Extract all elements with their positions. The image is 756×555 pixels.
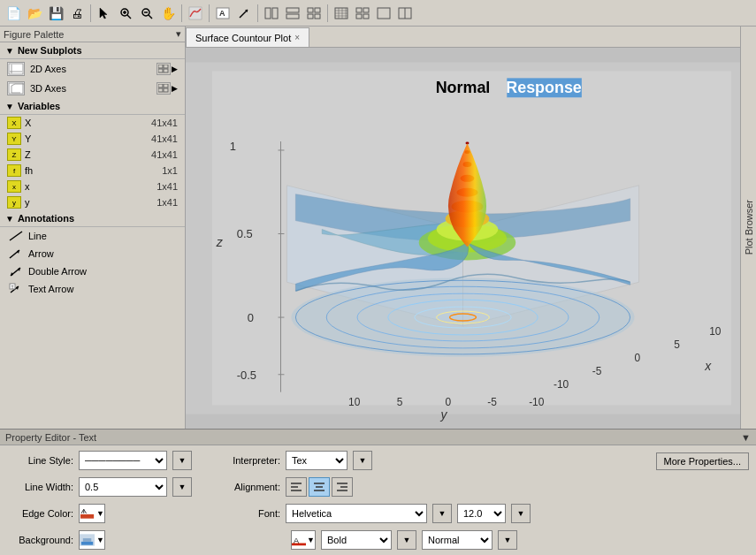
2d-axes-grid-icon[interactable] — [157, 63, 171, 75]
line-style-dropdown[interactable]: ▼ — [172, 451, 192, 470]
line-style-label: Line Style: — [7, 455, 73, 466]
main-area: Figure Palette ▾ ▼ New Subplots 2D Axes … — [0, 27, 756, 429]
svg-text:Normal: Normal — [436, 79, 491, 96]
palette-content[interactable]: ▼ New Subplots 2D Axes ▶ — [0, 42, 185, 429]
svg-line-5 — [149, 15, 152, 19]
grid-3-button[interactable] — [374, 4, 393, 23]
insert-arrow-button[interactable] — [234, 4, 254, 23]
line-width-dropdown[interactable]: ▼ — [172, 477, 192, 497]
center-content: Surface Countour Plot × Normal Response — [186, 27, 740, 429]
annotations-header[interactable]: ▼ Annotations — [0, 210, 185, 227]
tab-close-button[interactable]: × — [294, 33, 300, 42]
font-weight-dropdown[interactable]: ▼ — [397, 530, 416, 550]
save-button[interactable]: 💾 — [46, 4, 65, 23]
svg-rect-106 — [81, 542, 93, 545]
svg-text:y: y — [440, 407, 448, 422]
2d-axes-add[interactable]: ▶ — [157, 63, 178, 75]
font-label: Font: — [210, 508, 280, 519]
arrow-icon — [9, 247, 23, 260]
svg-text:Response: Response — [506, 79, 582, 96]
plot-type-button[interactable] — [186, 4, 205, 23]
3d-axes-icon — [7, 81, 25, 95]
var-x-row[interactable]: x x 1x41 — [0, 179, 185, 194]
align-center-button[interactable] — [309, 477, 330, 497]
svg-text:-10: -10 — [529, 396, 545, 408]
background-label: Background: — [7, 535, 73, 545]
variables-header[interactable]: ▼ Variables — [0, 98, 185, 115]
grid-2-button[interactable] — [353, 4, 372, 23]
palette-collapse-icon[interactable]: ▾ — [176, 28, 181, 40]
edge-color-button[interactable]: ▼ — [79, 504, 105, 523]
interpreter-select[interactable]: Tex LaTeX None — [286, 451, 347, 470]
var-fh-name: fh — [25, 165, 33, 176]
variables-arrow: ▼ — [5, 102, 14, 111]
grid-4-button[interactable] — [395, 4, 415, 23]
annot-arrow-label: Arrow — [28, 248, 54, 259]
font-style-dropdown[interactable]: ▼ — [498, 530, 517, 550]
font-style-select[interactable]: Normal Italic — [422, 530, 493, 550]
font-color-button[interactable]: A ▼ — [291, 530, 316, 550]
var-y-row[interactable]: y y 1x41 — [0, 194, 185, 210]
annot-text-arrow-label: Text Arrow — [28, 284, 73, 294]
font-size-select[interactable]: 12.0 8.0 10.0 14.0 — [457, 504, 506, 523]
layout-3-button[interactable] — [304, 4, 324, 23]
var-Z-name: Z — [25, 149, 31, 160]
more-properties-button[interactable]: More Properties... — [656, 452, 749, 470]
background-dropdown[interactable]: ▼ — [96, 536, 104, 544]
font-size-dropdown[interactable]: ▼ — [511, 504, 531, 523]
new-subplots-header[interactable]: ▼ New Subplots — [0, 42, 185, 59]
plot-browser-label: Plot Browser — [744, 200, 754, 255]
figure-palette: Figure Palette ▾ ▼ New Subplots 2D Axes … — [0, 27, 186, 429]
interpreter-dropdown[interactable]: ▼ — [353, 451, 372, 470]
svg-line-46 — [10, 232, 22, 240]
3d-axes-add[interactable]: ▶ — [157, 82, 178, 95]
line-width-select[interactable]: 0.5 — [79, 477, 167, 497]
print-button[interactable]: 🖨 — [67, 4, 87, 23]
layout-2-button[interactable] — [283, 4, 302, 23]
font-dropdown[interactable]: ▼ — [432, 504, 452, 523]
var-fh-row[interactable]: f fh 1x1 — [0, 163, 185, 179]
new-button[interactable]: 📄 — [4, 4, 23, 23]
2d-axes-item[interactable]: 2D Axes ▶ — [0, 59, 185, 79]
annot-text-arrow-item[interactable]: T Text Arrow — [0, 280, 185, 298]
var-Z-row[interactable]: Z Z 41x41 — [0, 147, 185, 163]
svg-rect-7 — [189, 7, 202, 19]
annot-double-arrow-item[interactable]: Double Arrow — [0, 262, 185, 280]
pan-button[interactable]: ✋ — [158, 4, 178, 23]
annot-line-item[interactable]: Line — [0, 227, 185, 245]
svg-text:A: A — [219, 9, 225, 18]
3d-axes-grid-icon[interactable] — [157, 82, 171, 95]
sep5 — [327, 4, 328, 22]
layout-1-button[interactable] — [262, 4, 281, 23]
font-select[interactable]: Helvetica Arial Times New Roman — [286, 504, 427, 523]
svg-text:z: z — [216, 235, 223, 249]
line-style-select[interactable]: ──────── — [79, 451, 167, 470]
var-X-row[interactable]: X X 41x41 — [0, 115, 185, 131]
zoom-in-button[interactable] — [116, 4, 135, 23]
plot-area[interactable]: Normal Response — [186, 48, 740, 429]
property-editor: Property Editor - Text ▼ Line Style: ───… — [0, 429, 756, 555]
svg-rect-118 — [292, 544, 306, 546]
align-right-button[interactable] — [332, 477, 353, 497]
edge-color-dropdown[interactable]: ▼ — [96, 509, 104, 518]
background-button[interactable]: ▼ — [79, 530, 105, 550]
open-button[interactable]: 📂 — [25, 4, 44, 23]
svg-text:1: 1 — [230, 140, 236, 153]
select-button[interactable] — [95, 4, 114, 23]
plot-browser-panel[interactable]: Plot Browser — [740, 27, 756, 429]
var-Y-row[interactable]: Y Y 41x41 — [0, 131, 185, 147]
prop-editor-collapse[interactable]: ▼ — [741, 432, 751, 443]
svg-rect-39 — [158, 69, 163, 72]
insert-text-button[interactable]: A — [213, 4, 233, 23]
grid-1-button[interactable] — [332, 4, 351, 23]
text-arrow-icon: T — [9, 283, 23, 295]
font-color-dropdown[interactable]: ▼ — [307, 536, 315, 544]
align-left-button[interactable] — [286, 477, 307, 497]
zoom-out-button[interactable] — [137, 4, 157, 23]
annot-arrow-item[interactable]: Arrow — [0, 245, 185, 262]
3d-axes-item[interactable]: 3D Axes ▶ — [0, 79, 185, 98]
sep3 — [209, 4, 210, 22]
surface-plot-tab[interactable]: Surface Countour Plot × — [186, 27, 309, 47]
line-icon — [9, 230, 23, 242]
font-weight-select[interactable]: Bold Normal — [321, 530, 392, 550]
